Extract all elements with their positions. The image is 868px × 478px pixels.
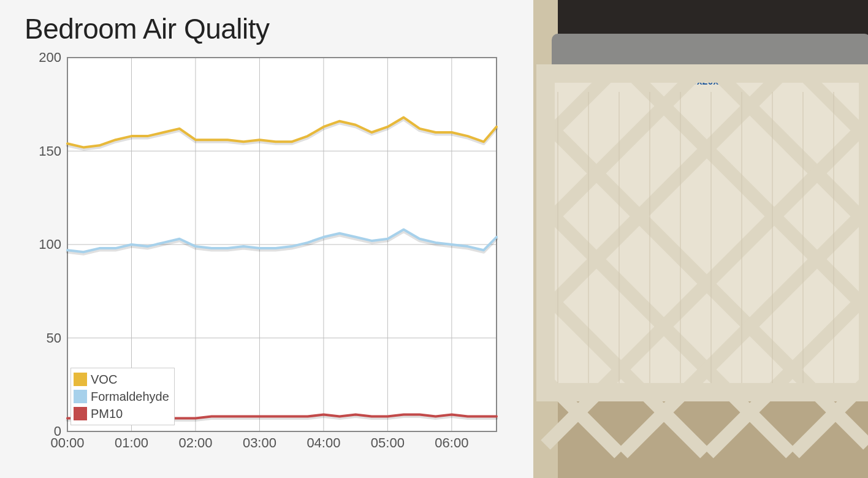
- chart-holder: 05010015020000:0001:0002:0003:0004:0005:…: [25, 51, 503, 456]
- svg-text:00:00: 00:00: [50, 435, 84, 450]
- legend-swatch-pm10: [74, 407, 87, 420]
- legend-row-form: Formaldehyde: [74, 388, 169, 405]
- legend-swatch-voc: [74, 373, 87, 386]
- svg-text:02:00: 02:00: [178, 435, 212, 450]
- legend-label-voc: VOC: [91, 371, 117, 388]
- svg-text:01:00: 01:00: [115, 435, 148, 450]
- svg-text:200: 200: [39, 51, 61, 65]
- legend-row-voc: VOC: [74, 371, 169, 388]
- svg-text:100: 100: [39, 237, 61, 252]
- page-root: Bedroom Air Quality 05010015020000:0001:…: [0, 0, 868, 478]
- legend-label-form: Formaldehyde: [91, 388, 169, 405]
- svg-text:50: 50: [47, 330, 61, 346]
- svg-text:06:00: 06:00: [435, 435, 468, 450]
- chart-title: Bedroom Air Quality: [25, 12, 515, 45]
- chart-panel: Bedroom Air Quality 05010015020000:0001:…: [0, 0, 533, 478]
- svg-text:03:00: 03:00: [243, 435, 276, 450]
- legend-swatch-form: [74, 390, 87, 403]
- air-filter-photo: 20x20x1: [533, 0, 868, 478]
- legend-row-pm10: PM10: [74, 405, 169, 422]
- svg-text:150: 150: [39, 143, 61, 159]
- svg-text:05:00: 05:00: [371, 435, 405, 450]
- legend-label-pm10: PM10: [91, 405, 123, 422]
- photo-panel: 20x20x1: [533, 0, 868, 478]
- svg-text:04:00: 04:00: [306, 435, 340, 450]
- chart-legend: VOC Formaldehyde PM10: [70, 368, 175, 425]
